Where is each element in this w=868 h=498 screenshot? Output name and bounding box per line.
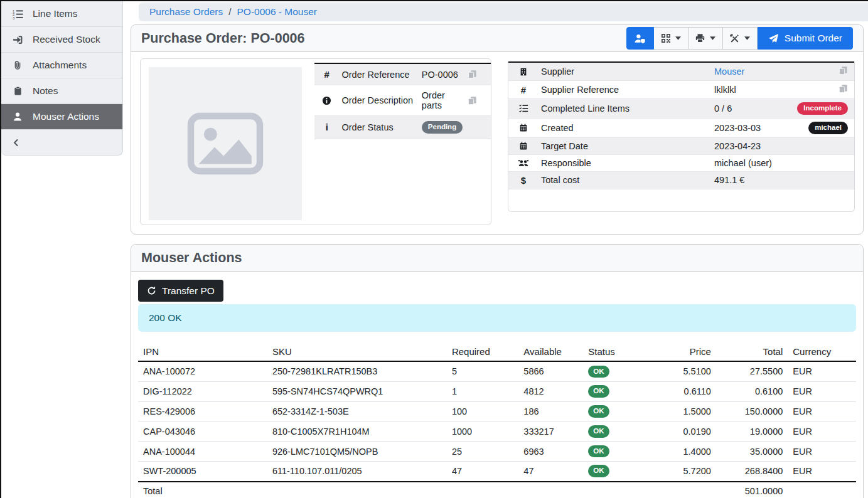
sidebar-item-label: Notes	[33, 85, 58, 97]
cell-required: 25	[447, 442, 518, 462]
list-ol-icon: 123	[10, 9, 25, 19]
cell-ipn: RES-429006	[138, 401, 267, 421]
table-row: Order Description Order parts	[314, 85, 491, 116]
detail-label: Order Reference	[340, 63, 419, 85]
breadcrumb: Purchase Orders / PO-0006 - Mouser	[139, 3, 868, 21]
cell-sku: 810-C1005X7R1H104M	[267, 421, 447, 442]
copy-icon[interactable]	[465, 85, 491, 116]
order-panel-header: Purchase Order: PO-0006	[131, 25, 863, 52]
tools-icon	[729, 33, 740, 44]
sidebar-item-label: Received Stock	[33, 34, 100, 45]
cell-total: 0.6100	[716, 381, 788, 401]
copy-icon[interactable]	[783, 62, 854, 81]
cell-required: 5	[447, 361, 518, 381]
table-row: # Order Reference PO-0006	[314, 63, 491, 85]
user-icon	[10, 112, 25, 122]
detail-value: 2023-03-03	[712, 118, 783, 137]
cell-available: 5866	[518, 361, 583, 381]
copy-icon[interactable]	[465, 63, 491, 85]
cell-currency: EUR	[788, 442, 856, 462]
status-ok-badge: OK	[588, 366, 609, 378]
barcode-actions-button[interactable]	[654, 27, 689, 50]
cell-available: 186	[518, 401, 583, 421]
cell-sku: 652-3314Z-1-503E	[267, 401, 447, 421]
footer-total-value: 501.0000	[716, 482, 788, 498]
table-row: ANA-100072 250-72981KLRATR150B3 5 5866 O…	[138, 361, 856, 381]
cell-total: 19.0000	[716, 421, 788, 442]
column-header-required: Required	[447, 342, 518, 361]
supplier-link[interactable]: Mouser	[714, 66, 744, 77]
breadcrumb-separator: /	[228, 6, 231, 18]
page-title: Purchase Order: PO-0006	[141, 31, 305, 46]
transfer-po-label: Transfer PO	[162, 285, 215, 297]
users-icon	[508, 154, 538, 171]
sidebar-item-notes[interactable]: Notes	[1, 78, 122, 104]
cell-currency: EUR	[788, 421, 856, 442]
detail-label: Order Status	[340, 116, 419, 139]
cell-price: 5.7200	[651, 461, 716, 481]
column-header-currency: Currency	[788, 342, 856, 361]
sidebar-collapse-button[interactable]	[1, 130, 122, 155]
submit-order-button[interactable]: Submit Order	[758, 27, 853, 50]
detail-label: Target Date	[538, 137, 712, 154]
cell-total: 35.0000	[716, 442, 788, 462]
order-actions-toolbar: Submit Order	[626, 27, 853, 50]
admin-user-button[interactable]	[626, 27, 654, 50]
detail-value: michael (user)	[712, 154, 783, 171]
column-header-price: Price	[651, 342, 716, 361]
table-header-row: IPN SKU Required Available Status Price …	[138, 342, 856, 361]
sidebar-item-mouser-actions[interactable]: Mouser Actions	[1, 104, 122, 130]
sidebar-item-label: Attachments	[33, 60, 87, 71]
qrcode-icon	[661, 33, 671, 43]
cell-sku: 250-72981KLRATR150B3	[267, 361, 447, 381]
status-alert: 200 OK	[138, 304, 856, 332]
order-panel-body: # Order Reference PO-0006 Order Descri	[131, 52, 863, 235]
cell-price: 0.0190	[651, 421, 716, 442]
table-row: Supplier Mouser	[508, 62, 854, 81]
detail-label: Supplier	[538, 62, 712, 81]
breadcrumb-link-po[interactable]: PO-0006 - Mouser	[237, 6, 317, 18]
cell-ipn: CAP-043046	[138, 421, 267, 442]
building-icon	[508, 62, 538, 81]
table-row: # Supplier Reference lklklkl	[508, 81, 854, 99]
print-actions-button[interactable]	[689, 27, 723, 50]
cell-currency: EUR	[788, 461, 856, 481]
cell-price: 0.6110	[651, 381, 716, 401]
cell-price: 5.5100	[651, 361, 716, 381]
order-details-card: # Order Reference PO-0006 Order Descri	[140, 58, 491, 225]
cell-available: 47	[518, 461, 583, 481]
calendar-icon	[508, 118, 538, 137]
order-status-badge: Pending	[422, 121, 463, 134]
svg-text:3: 3	[13, 16, 15, 19]
breadcrumb-link-purchase-orders[interactable]: Purchase Orders	[149, 6, 223, 18]
transfer-po-button[interactable]: Transfer PO	[138, 280, 223, 302]
table-row: SWT-200005 611-110.107.011/0205 47 47 OK…	[138, 461, 856, 481]
user-shield-icon	[634, 33, 646, 44]
sidebar-item-attachments[interactable]: Attachments	[1, 53, 122, 78]
dollar-icon: $	[508, 171, 538, 189]
table-row: RES-429006 652-3314Z-1-503E 100 186 OK 1…	[138, 401, 856, 421]
sidebar-item-line-items[interactable]: 123 Line Items	[1, 1, 122, 27]
cell-price: 1.4000	[651, 442, 716, 462]
detail-label: Created	[538, 118, 712, 137]
sidebar-item-received-stock[interactable]: Received Stock	[1, 27, 122, 53]
detail-label: Responsible	[538, 154, 712, 171]
supplier-details-table: Supplier Mouser # Supplier Reference lkl…	[508, 61, 854, 189]
order-details-table-wrap: # Order Reference PO-0006 Order Descri	[314, 63, 491, 220]
cell-currency: EUR	[788, 381, 856, 401]
detail-value: 0 / 6	[712, 99, 783, 119]
clipboard-icon	[10, 86, 25, 96]
copy-icon[interactable]	[783, 81, 854, 99]
table-row: CAP-043046 810-C1005X7R1H104M 1000 33321…	[138, 421, 856, 442]
caret-down-icon	[744, 36, 750, 40]
order-details-table: # Order Reference PO-0006 Order Descri	[314, 63, 491, 139]
printer-icon	[695, 33, 705, 43]
cell-required: 47	[447, 461, 518, 481]
table-row: Completed Line Items 0 / 6 Incomplete	[508, 99, 854, 119]
order-options-button[interactable]	[723, 27, 758, 50]
table-row: ANA-100044 926-LMC7101QM5/NOPB 25 6963 O…	[138, 442, 856, 462]
column-header-status: Status	[583, 342, 651, 361]
paperclip-icon	[10, 60, 25, 70]
caret-down-icon	[675, 36, 681, 40]
status-ok-badge: OK	[588, 465, 609, 477]
